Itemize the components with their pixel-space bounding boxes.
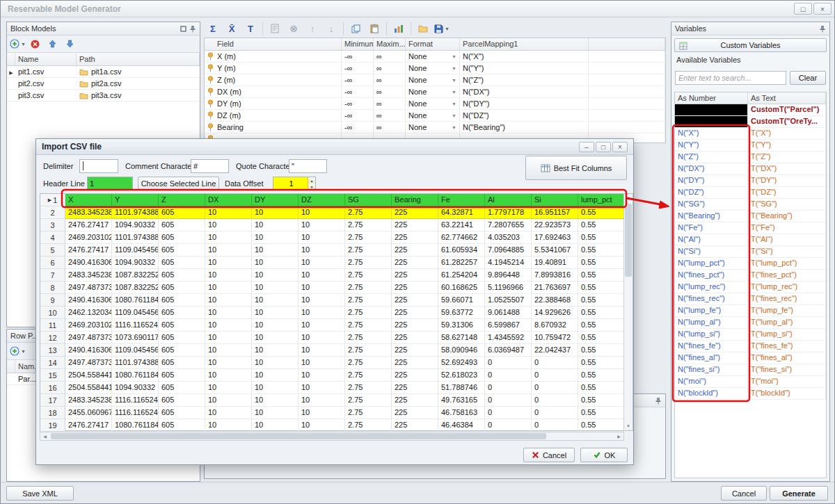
csv-cell[interactable]: 10 <box>252 369 299 382</box>
maximum-cell[interactable]: ∞ <box>374 98 406 109</box>
variables-search-input[interactable] <box>675 71 786 85</box>
csv-cell[interactable]: 225 <box>392 206 438 219</box>
save-button[interactable]: ▼ <box>433 21 451 36</box>
csv-cell[interactable]: 59.63772 <box>438 307 485 319</box>
csv-cell[interactable]: 10 <box>299 357 345 369</box>
horizontal-scrollbar[interactable]: ◀ ▶ <box>40 432 624 441</box>
csv-data-row[interactable]: 11 2469.203102 1116.116524 605 10 10 10 … <box>40 319 633 332</box>
generate-button[interactable]: Generate <box>770 486 828 501</box>
csv-cell[interactable]: 225 <box>392 244 438 257</box>
field-row[interactable]: DY (m) -∞ ∞ None ▼ N("DY") <box>205 98 665 110</box>
csv-cell[interactable]: 16.951157 <box>532 206 578 219</box>
row-number-cell[interactable]: 19 <box>40 419 65 432</box>
pin-panel-icon[interactable] <box>655 397 662 405</box>
csv-cell[interactable]: 6.599867 <box>485 319 532 332</box>
row-number-cell[interactable]: 7 <box>40 269 65 282</box>
csv-cell[interactable]: 2.75 <box>345 257 392 269</box>
csv-cell[interactable]: 9.896448 <box>485 269 532 282</box>
variable-as-text[interactable]: T("lump_fe") <box>748 305 826 316</box>
variable-as-text[interactable]: T("DZ") <box>748 187 826 198</box>
csv-data-row[interactable]: 8 2497.487373 1087.832252 605 10 10 10 2… <box>40 282 633 294</box>
csv-cell[interactable]: 605 <box>159 369 205 382</box>
csv-header-cell[interactable]: Bearing <box>392 194 438 206</box>
csv-cell[interactable]: 61.605934 <box>438 244 485 257</box>
block-model-name[interactable]: pit2.csv <box>15 79 77 88</box>
csv-cell[interactable]: 2.75 <box>345 269 392 282</box>
csv-cell[interactable]: 1116.116524 <box>112 319 159 332</box>
csv-cell[interactable]: 0.55 <box>578 307 625 319</box>
csv-cell[interactable]: 10 <box>205 419 252 432</box>
row-number-cell[interactable]: 13 <box>40 344 65 357</box>
csv-cell[interactable]: 1080.761184 <box>112 369 159 382</box>
dropdown-arrow-icon[interactable]: ▼ <box>452 66 456 71</box>
csv-cell[interactable]: 10 <box>299 282 345 294</box>
csv-cell[interactable]: 605 <box>159 231 205 244</box>
variable-as-number[interactable]: N("DX") <box>675 163 748 174</box>
csv-cell[interactable]: 0 <box>485 407 532 419</box>
variable-row[interactable]: N("Fe") T("Fe") <box>675 222 826 234</box>
block-model-path[interactable]: pit1a.csv <box>77 67 200 76</box>
row-number-cell[interactable]: 10 <box>40 307 65 319</box>
variable-as-text[interactable]: T("Bearing") <box>748 211 826 222</box>
csv-cell[interactable]: 10 <box>299 369 345 382</box>
csv-cell[interactable]: 10 <box>299 332 345 344</box>
csv-cell[interactable]: 2483.345238 <box>65 394 112 407</box>
row-number-cell[interactable]: 11 <box>40 319 65 332</box>
csv-cell[interactable]: 10 <box>205 219 252 231</box>
csv-cell[interactable]: 0 <box>485 357 532 369</box>
csv-cell[interactable]: 10 <box>299 269 345 282</box>
csv-cell[interactable]: 10 <box>205 382 252 394</box>
csv-cell[interactable]: 225 <box>392 394 438 407</box>
csv-cell[interactable]: 10 <box>299 219 345 231</box>
minimum-cell[interactable]: -∞ <box>342 98 374 109</box>
csv-cell[interactable]: 10 <box>205 244 252 257</box>
maximum-cell[interactable]: ∞ <box>374 122 406 133</box>
csv-cell[interactable]: 10 <box>205 231 252 244</box>
field-row[interactable]: Y (m) -∞ ∞ None ▼ N("Y") <box>205 63 665 74</box>
maximum-cell[interactable]: ∞ <box>374 74 406 86</box>
row-number-cell[interactable]: 16 <box>40 382 65 394</box>
csv-data-row[interactable]: 15 2504.558441 1080.761184 605 10 10 10 … <box>40 369 633 382</box>
csv-cell[interactable]: 0 <box>485 394 532 407</box>
minimum-cell[interactable]: -∞ <box>342 110 374 121</box>
preview-chart-button[interactable] <box>390 21 408 36</box>
format-dropdown[interactable]: None ▼ <box>406 74 460 86</box>
csv-cell[interactable]: 0.55 <box>578 231 625 244</box>
dialog-minimize-button[interactable]: – <box>579 142 594 152</box>
csv-cell[interactable]: 0.55 <box>578 394 625 407</box>
csv-data-row[interactable]: 9 2490.416306 1080.761184 605 10 10 10 2… <box>40 294 633 307</box>
variable-as-number[interactable]: N("lump_fe") <box>675 305 748 316</box>
column-header-path[interactable]: Path <box>77 54 200 65</box>
csv-cell[interactable]: 10 <box>252 419 299 432</box>
csv-cell[interactable]: 1087.832252 <box>112 269 159 282</box>
csv-cell[interactable]: 61.254204 <box>438 269 485 282</box>
parcel-mapping-cell[interactable]: N("DZ") <box>460 110 589 121</box>
csv-cell[interactable]: 605 <box>159 319 205 332</box>
field-name-cell[interactable]: Bearing <box>205 122 342 133</box>
csv-cell[interactable]: 61.282257 <box>438 257 485 269</box>
custom-variables-button[interactable]: Custom Variables <box>674 38 827 52</box>
csv-cell[interactable]: 225 <box>392 269 438 282</box>
scroll-right-icon[interactable]: ▶ <box>614 432 623 440</box>
block-model-name[interactable]: pit1.csv <box>15 67 77 76</box>
csv-cell[interactable]: 10 <box>205 344 252 357</box>
dialog-close-button[interactable]: × <box>612 142 628 152</box>
csv-cell[interactable]: 10 <box>252 244 299 257</box>
variable-as-number[interactable]: N("lump_si") <box>675 329 748 340</box>
maximum-cell[interactable]: ∞ <box>374 86 406 97</box>
csv-cell[interactable]: 21.763697 <box>532 282 578 294</box>
variable-as-number[interactable]: N("X") <box>675 128 748 139</box>
csv-cell[interactable]: 1080.761184 <box>112 419 159 432</box>
csv-cell[interactable]: 605 <box>159 419 205 432</box>
field-row[interactable]: DZ (m) -∞ ∞ None ▼ N("DZ") <box>205 110 665 122</box>
csv-cell[interactable]: 2483.345238 <box>65 206 112 219</box>
csv-data-row[interactable]: 19 2476.27417 1080.761184 605 10 10 10 2… <box>40 419 633 432</box>
csv-cell[interactable]: 10 <box>252 332 299 344</box>
csv-cell[interactable]: 1094.90332 <box>112 382 159 394</box>
move-down-button[interactable] <box>63 37 78 51</box>
variable-as-number[interactable]: N("fines_fe") <box>675 341 748 352</box>
best-fit-columns-button[interactable]: Best Fit Columns <box>525 156 627 180</box>
csv-cell[interactable]: 22.042437 <box>532 344 578 357</box>
dropdown-arrow-icon[interactable]: ▼ <box>452 78 456 83</box>
variable-as-number[interactable]: N("Si") <box>675 246 748 257</box>
